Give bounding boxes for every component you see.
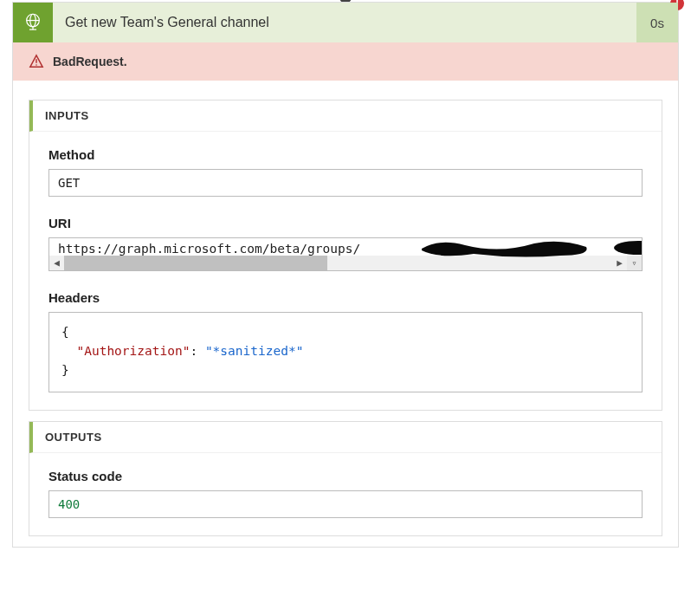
globe-icon [22, 11, 44, 34]
headers-key: "Authorization" [76, 344, 190, 358]
inputs-header: INPUTS [29, 101, 662, 132]
json-colon: : [190, 344, 204, 358]
card-header[interactable]: Get new Team's General channel 0s [13, 3, 678, 42]
action-card: ! Get new Team's General channel 0s [12, 2, 679, 548]
method-value[interactable]: GET [48, 169, 643, 197]
scroll-left-icon[interactable]: ◀ [49, 256, 64, 270]
redaction-mark [413, 238, 595, 259]
error-banner: BadRequest. [13, 42, 678, 81]
headers-label: Headers [48, 290, 643, 305]
svg-point-6 [36, 64, 37, 66]
duration-text: 0s [650, 16, 664, 30]
uri-value-box[interactable]: https://graph.microsoft.com/beta/groups/… [48, 237, 643, 271]
json-open-brace: { [61, 325, 69, 339]
headers-value[interactable]: { "Authorization": "*sanitized*" } [48, 312, 643, 392]
chevron-down-icon[interactable]: ▿ [627, 256, 642, 270]
status-code-field-group: Status code 400 [48, 469, 643, 518]
status-code-label: Status code [48, 469, 643, 483]
scroll-right-icon[interactable]: ▶ [612, 256, 627, 270]
action-icon-box [13, 3, 53, 42]
flow-run-step: ! Get new Team's General channel 0s [0, 2, 691, 548]
duration-box: 0s [636, 3, 678, 42]
uri-label: URI [48, 216, 643, 230]
warning-triangle-icon [29, 54, 44, 69]
headers-val: "*sanitized*" [205, 344, 304, 358]
inputs-body: Method GET URI https://graph.microsoft.c… [29, 132, 662, 410]
outputs-panel: OUTPUTS Status code 400 [29, 421, 662, 536]
method-label: Method [48, 147, 643, 162]
scroll-thumb[interactable] [64, 256, 327, 270]
outputs-body: Status code 400 [29, 453, 662, 535]
method-field-group: Method GET [48, 147, 643, 197]
card-title: Get new Team's General channel [53, 15, 636, 30]
headers-field-group: Headers { "Authorization": "*sanitized*"… [48, 290, 643, 392]
json-close-brace: } [61, 363, 69, 377]
uri-field-group: URI https://graph.microsoft.com/beta/gro… [48, 216, 643, 271]
status-code-value[interactable]: 400 [48, 490, 643, 518]
error-message: BadRequest. [53, 55, 127, 68]
redaction-mark-2 [612, 240, 643, 256]
svg-point-7 [614, 241, 643, 255]
inputs-panel: INPUTS Method GET URI https://graph.micr… [29, 100, 662, 411]
outputs-header: OUTPUTS [29, 422, 662, 453]
